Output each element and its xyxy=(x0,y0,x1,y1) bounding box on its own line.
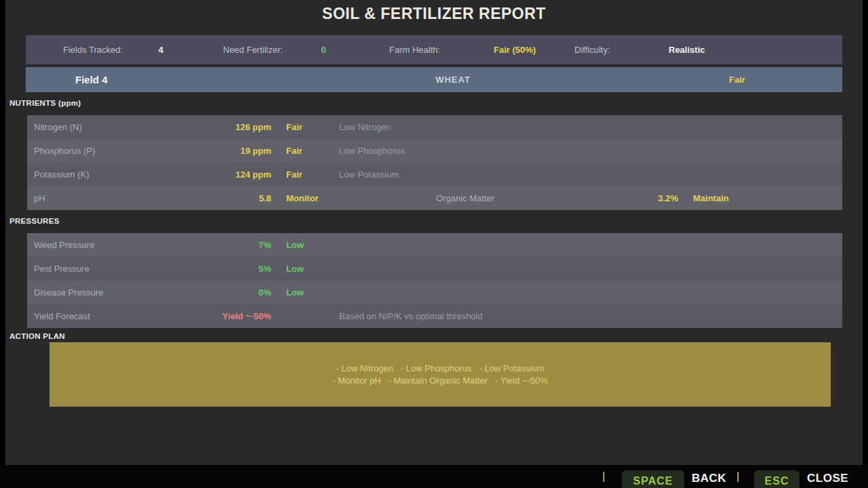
space-key-button[interactable]: SPACE xyxy=(622,470,684,488)
hint-separator: | xyxy=(602,468,605,485)
nutrient-row-potassium: Potassium (K) 124 ppm Fair Low Potassium xyxy=(27,163,842,186)
nutrients-table: Nitrogen (N) 126 ppm Fair Low Nitrogen P… xyxy=(27,115,842,210)
pressure-row-weed: Weed Pressure 7% Low xyxy=(27,233,842,257)
row-status: Monitor xyxy=(286,186,319,210)
page-title: SOIL & FERTILIZER REPORT xyxy=(5,5,863,23)
esc-key-button[interactable]: ESC xyxy=(754,470,800,488)
row-value: 126 ppm xyxy=(163,115,271,139)
farm-health-value: Fair (50%) xyxy=(494,35,536,64)
yield-forecast-row: Yield Forecast Yield ~-50% Based on N/P/… xyxy=(27,304,842,328)
action-plan-line: - Low Nitrogen - Low Phosphorus - Low Po… xyxy=(336,363,544,375)
row-note: Low Potassium xyxy=(339,163,399,186)
organic-matter-status: Maintain xyxy=(693,186,729,210)
nutrient-row-ph: pH 5.8 Monitor Organic Matter 3.2% Maint… xyxy=(27,186,842,210)
row-status: Fair xyxy=(286,163,302,186)
organic-matter-value: 3.2% xyxy=(590,186,678,210)
row-value: 19 ppm xyxy=(163,139,271,163)
field-header-row[interactable]: Field 4 WHEAT Fair xyxy=(26,67,842,92)
row-label: pH xyxy=(34,186,45,210)
need-fertilizer-value: 0 xyxy=(303,35,344,64)
esc-key-label: ESC xyxy=(765,475,789,487)
space-key-label: SPACE xyxy=(633,475,673,487)
stats-bar: Fields Tracked: 4 Need Fertilizer: 0 Far… xyxy=(26,35,842,64)
report-panel: SOIL & FERTILIZER REPORT Fields Tracked:… xyxy=(5,0,863,465)
farm-health-label: Farm Health: xyxy=(389,35,440,64)
nutrient-row-nitrogen: Nitrogen (N) 126 ppm Fair Low Nitrogen xyxy=(27,115,842,139)
row-status: Fair xyxy=(286,115,302,139)
row-label: Disease Pressure xyxy=(34,281,104,304)
back-action-label[interactable]: BACK xyxy=(692,470,726,487)
row-label: Pest Pressure xyxy=(34,257,90,281)
difficulty-value: Realistic xyxy=(669,35,705,64)
row-value: 5.8 xyxy=(163,186,271,210)
pressures-table: Weed Pressure 7% Low Pest Pressure 5% Lo… xyxy=(27,233,842,328)
action-plan-line: - Monitor pH - Maintain Organic Matter -… xyxy=(332,375,548,387)
nutrients-heading: NUTRIENTS (ppm) xyxy=(9,99,81,107)
row-label: Nitrogen (N) xyxy=(34,115,82,139)
row-label: Weed Pressure xyxy=(34,233,94,257)
field-name: Field 4 xyxy=(75,67,108,92)
row-value: 7% xyxy=(163,233,271,257)
difficulty-label: Difficulty: xyxy=(574,35,610,64)
footer-hint-bar: | SPACE BACK | ESC CLOSE xyxy=(0,465,868,488)
organic-matter-label: Organic Matter xyxy=(436,186,494,210)
pressure-row-disease: Disease Pressure 0% Low xyxy=(27,281,842,304)
row-label: Potassium (K) xyxy=(34,163,90,186)
row-note: Low Nitrogen xyxy=(339,115,391,139)
row-value: 5% xyxy=(163,257,271,281)
fields-tracked-value: 4 xyxy=(140,35,181,64)
hint-separator: | xyxy=(736,468,739,485)
need-fertilizer-label: Need Fertilizer: xyxy=(223,35,283,64)
row-label: Phosphorus (P) xyxy=(34,139,95,163)
action-plan-box: - Low Nitrogen - Low Phosphorus - Low Po… xyxy=(50,342,831,407)
row-status: Low xyxy=(286,281,304,304)
row-label: Yield Forecast xyxy=(34,304,90,328)
pressures-heading: PRESSURES xyxy=(9,217,60,225)
pressure-row-pest: Pest Pressure 5% Low xyxy=(27,257,842,281)
row-status: Low xyxy=(286,257,304,281)
nutrient-row-phosphorus: Phosphorus (P) 19 ppm Fair Low Phosphoru… xyxy=(27,139,842,163)
field-crop: WHEAT xyxy=(409,67,497,92)
action-plan-heading: ACTION PLAN xyxy=(9,332,65,340)
row-note: Low Phosphorus xyxy=(339,139,405,163)
row-value: Yield ~-50% xyxy=(163,304,271,328)
close-action-label[interactable]: CLOSE xyxy=(807,470,848,487)
field-status: Fair xyxy=(729,67,745,92)
row-note: Based on N/P/K vs optimal threshold xyxy=(339,304,483,328)
row-value: 0% xyxy=(163,281,271,304)
row-status: Low xyxy=(286,233,304,257)
row-value: 124 ppm xyxy=(163,163,271,186)
soil-fertilizer-report-screen: SOIL & FERTILIZER REPORT Fields Tracked:… xyxy=(0,0,868,488)
fields-tracked-label: Fields Tracked: xyxy=(63,35,123,64)
row-status: Fair xyxy=(286,139,302,163)
